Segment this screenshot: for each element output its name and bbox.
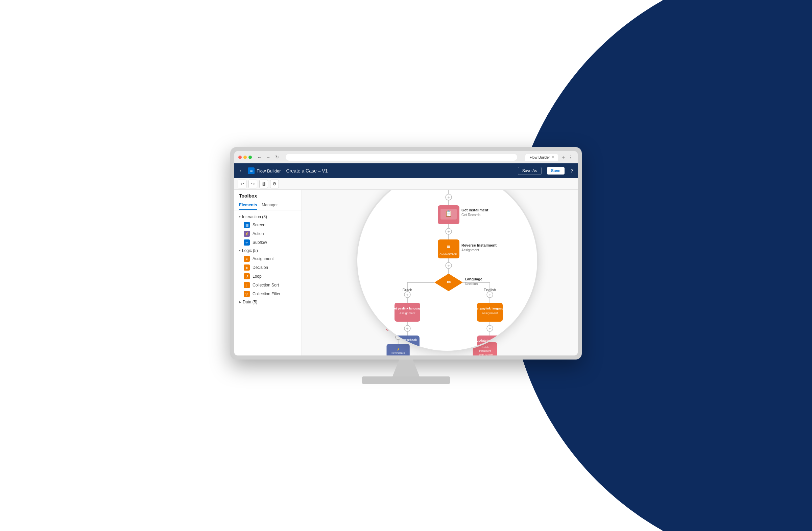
monitor-stand-neck	[389, 360, 423, 376]
subflow-label: Subflow	[252, 240, 267, 245]
section-logic-label: Logic (5)	[242, 248, 258, 253]
section-data-label: Data (5)	[243, 300, 257, 304]
toolbox-tabs: Elements Manager	[234, 201, 302, 210]
collection-filter-label: Collection Filter	[252, 291, 280, 296]
svg-text:Assignment: Assignment	[482, 312, 498, 315]
toolbox-list: ▾ Interaction (3) ▦ Screen ⚡ Action	[234, 210, 302, 356]
canvas-area[interactable]: Autolaunched Flow Autolaunched Flow Star…	[302, 190, 578, 356]
svg-text:⇔: ⇔	[447, 279, 451, 285]
svg-text:📋: 📋	[445, 210, 453, 217]
reload-button[interactable]: ↻	[274, 154, 280, 161]
section-logic[interactable]: ▾ Logic (5)	[234, 247, 302, 254]
section-data[interactable]: ▶ Data (5)	[234, 298, 302, 306]
svg-text:Reverse Installment: Reverse Installment	[461, 243, 497, 247]
app-logo: ≋ Flow Builder	[248, 168, 281, 174]
svg-text:Assignment: Assignment	[461, 248, 479, 252]
monitor-stand-base	[362, 376, 450, 384]
redo-button[interactable]: ↪	[248, 180, 257, 188]
loop-icon: ↺	[244, 273, 250, 279]
tab-title: Flow Builder	[530, 155, 550, 159]
chevron-down-icon: ▾	[239, 215, 241, 218]
browser-tab[interactable]: Flow Builder ×	[525, 154, 558, 161]
tab-manager[interactable]: Manager	[262, 201, 277, 210]
forward-button[interactable]: →	[265, 154, 272, 161]
svg-text:Reverseback: Reverseback	[391, 352, 405, 354]
monitor-screen: ← → ↻ Flow Builder × + ⋮ ←	[234, 151, 578, 356]
svg-text:Dutch: Dutch	[403, 288, 412, 292]
assignment-label: Assignment	[252, 256, 274, 261]
svg-text:+: +	[489, 292, 491, 297]
toolbox-item-collection-filter[interactable]: ▽ Collection Filter	[234, 289, 302, 298]
svg-text:Installment: Installment	[479, 350, 491, 353]
app-title: Create a Case – V1	[286, 168, 328, 173]
monitor-wrapper: ← → ↻ Flow Builder × + ⋮ ←	[230, 147, 582, 384]
svg-text:≡: ≡	[447, 243, 451, 250]
decision-icon: ◈	[244, 264, 250, 271]
action-label: Action	[252, 231, 264, 236]
save-as-button[interactable]: Save As	[518, 167, 541, 175]
traffic-lights	[238, 156, 252, 159]
chevron-down-icon-logic: ▾	[239, 249, 241, 252]
collection-sort-icon: ↕	[244, 282, 250, 288]
browser-menu-icon[interactable]: ⋮	[568, 154, 574, 160]
back-button[interactable]: ←	[256, 154, 263, 161]
browser-bar: ← → ↻ Flow Builder × + ⋮	[234, 151, 578, 163]
app-bar: ← ≋ Flow Builder Create a Case – V1 Save…	[234, 163, 578, 178]
settings-button[interactable]: ⚙	[270, 180, 279, 188]
decision-label: Decision	[252, 265, 268, 270]
browser-navigation: ← → ↻	[256, 154, 280, 161]
section-interaction-label: Interaction (3)	[242, 214, 267, 219]
svg-text:Get Records: Get Records	[461, 213, 480, 217]
toolbox-item-action[interactable]: ⚡ Action	[234, 229, 302, 238]
section-interaction[interactable]: ▾ Interaction (3)	[234, 213, 302, 220]
page-background: ← → ↻ Flow Builder × + ⋮ ←	[0, 0, 812, 531]
svg-text:+: +	[447, 195, 450, 200]
traffic-light-red[interactable]	[238, 156, 242, 159]
delete-button[interactable]: 🗑	[259, 180, 268, 188]
svg-text:Update Records: Update Records	[477, 354, 494, 356]
toolbox-item-assignment[interactable]: ≡ Assignment	[234, 254, 302, 263]
toolbox-item-loop[interactable]: ↺ Loop	[234, 272, 302, 281]
collection-filter-icon: ▽	[244, 291, 250, 297]
toolbox-item-decision[interactable]: ◈ Decision	[234, 263, 302, 272]
svg-text:+: +	[489, 326, 491, 331]
monitor-body: ← → ↻ Flow Builder × + ⋮ ←	[230, 147, 582, 360]
collection-sort-label: Collection Sort	[252, 283, 279, 287]
toolbox-panel: Toolbox Elements Manager ▾ Interaction (…	[234, 190, 302, 356]
svg-text:+: +	[406, 326, 409, 331]
svg-text:Assignment: Assignment	[399, 312, 416, 315]
toolbar-row: ↩ ↪ 🗑 ⚙	[234, 178, 578, 190]
svg-text:+: +	[447, 263, 450, 268]
main-content: Toolbox Elements Manager ▾ Interaction (…	[234, 190, 578, 356]
chevron-right-icon-data: ▶	[239, 300, 241, 304]
toolbox-item-subflow[interactable]: ↩ Subflow	[234, 238, 302, 247]
toolbox-item-screen[interactable]: ▦ Screen	[234, 220, 302, 229]
tab-close-icon[interactable]: ×	[552, 155, 554, 159]
traffic-light-yellow[interactable]	[243, 156, 247, 159]
loop-label: Loop	[252, 274, 262, 279]
svg-text:Get Installment: Get Installment	[461, 208, 489, 212]
browser-actions: ⋮	[568, 154, 574, 160]
svg-text:ASSIGNMENT: ASSIGNMENT	[440, 252, 458, 255]
svg-text:⚡: ⚡	[396, 347, 400, 351]
address-bar[interactable]	[286, 154, 517, 161]
screen-icon: ▦	[244, 222, 250, 228]
svg-text:Update: Update	[481, 346, 490, 349]
svg-text:Set paylink language: Set paylink language	[475, 307, 505, 310]
traffic-light-green[interactable]	[248, 156, 252, 159]
svg-text:English: English	[484, 288, 496, 292]
screen-label: Screen	[252, 223, 265, 227]
flow-icon: ≋	[248, 168, 255, 174]
help-button[interactable]: ?	[571, 169, 573, 173]
undo-button[interactable]: ↩	[238, 180, 246, 188]
save-button[interactable]: Save	[547, 167, 565, 174]
toolbox-item-collection-sort[interactable]: ↕ Collection Sort	[234, 281, 302, 289]
app-back-button[interactable]: ←	[239, 168, 244, 174]
toolbox-title: Toolbox	[234, 190, 302, 201]
svg-text:+: +	[406, 292, 409, 297]
new-tab-button[interactable]: +	[562, 155, 565, 160]
tab-elements[interactable]: Elements	[239, 201, 257, 210]
svg-text:Language: Language	[465, 277, 482, 281]
app-logo-label: Flow Builder	[257, 169, 281, 173]
subflow-icon: ↩	[244, 240, 250, 246]
